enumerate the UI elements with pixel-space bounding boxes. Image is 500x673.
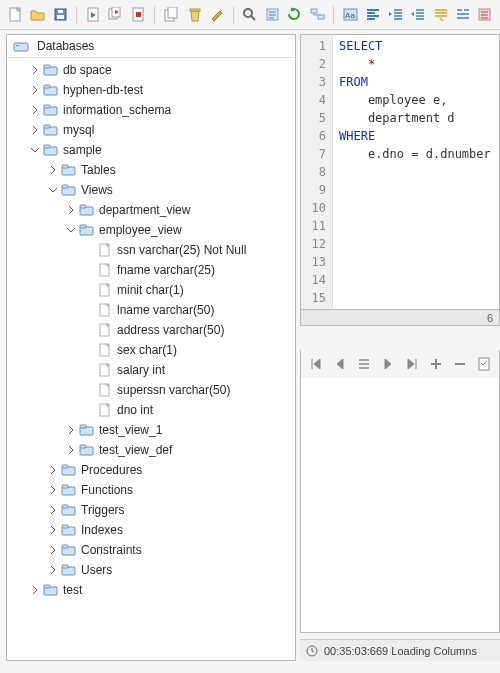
align-left-button[interactable] <box>364 5 382 25</box>
tree-node[interactable]: Functions <box>7 480 295 500</box>
chevron-right-icon[interactable] <box>65 444 77 456</box>
code-line[interactable] <box>339 271 491 289</box>
chevron-down-icon[interactable] <box>47 184 59 196</box>
tree-node[interactable]: Tables <box>7 160 295 180</box>
tree-node[interactable]: Triggers <box>7 500 295 520</box>
trash-button[interactable] <box>185 5 203 25</box>
svg-rect-52 <box>80 445 86 448</box>
tree-node[interactable]: mysql <box>7 120 295 140</box>
code-line[interactable]: e.dno = d.dnumber <box>339 145 491 163</box>
new-icon <box>8 7 23 22</box>
folder-icon <box>79 223 95 237</box>
tree-node[interactable]: hyphen-db-test <box>7 80 295 100</box>
tree-node[interactable]: test_view_def <box>7 440 295 460</box>
chevron-right-icon[interactable] <box>47 164 59 176</box>
code-line[interactable] <box>339 199 491 217</box>
code-line[interactable] <box>339 163 491 181</box>
tree-node[interactable]: test_view_1 <box>7 420 295 440</box>
tree-node[interactable]: sex char(1) <box>7 340 295 360</box>
chevron-right-icon[interactable] <box>47 504 59 516</box>
tree-node[interactable]: Views <box>7 180 295 200</box>
format-button[interactable] <box>263 5 281 25</box>
tree-body[interactable]: db spacehyphen-db-testinformation_schema… <box>7 58 295 657</box>
tree-node[interactable]: lname varchar(50) <box>7 300 295 320</box>
chevron-right-icon[interactable] <box>29 84 41 96</box>
tree-node[interactable]: employee_view <box>7 220 295 240</box>
tree-node[interactable]: sample <box>7 140 295 160</box>
tree-node[interactable]: address varchar(50) <box>7 320 295 340</box>
chevron-right-icon[interactable] <box>47 484 59 496</box>
code-line[interactable]: FROM <box>339 73 491 91</box>
tree-node[interactable]: Users <box>7 560 295 580</box>
schema-button[interactable] <box>308 5 326 25</box>
code-line[interactable] <box>339 253 491 271</box>
execute-all-button[interactable] <box>107 5 125 25</box>
uppercase-button[interactable]: Aa <box>341 5 359 25</box>
refresh-button[interactable] <box>285 5 303 25</box>
results-first-button[interactable] <box>307 354 325 374</box>
tree-node[interactable]: dno int <box>7 400 295 420</box>
code-line[interactable]: * <box>339 55 491 73</box>
results-panel[interactable] <box>300 378 500 633</box>
stop-button[interactable] <box>129 5 147 25</box>
chevron-right-icon[interactable] <box>29 64 41 76</box>
results-commit-button[interactable] <box>475 354 493 374</box>
chevron-right-icon[interactable] <box>47 524 59 536</box>
indent-button[interactable] <box>386 5 404 25</box>
sql-editor[interactable]: 123456789101112131415 SELECT *FROM emplo… <box>300 34 500 310</box>
tree-node[interactable]: salary int <box>7 360 295 380</box>
folder-icon <box>61 163 77 177</box>
results-next-button[interactable] <box>379 354 397 374</box>
find-button[interactable] <box>241 5 259 25</box>
results-prev-button[interactable] <box>331 354 349 374</box>
lines-button[interactable] <box>476 5 494 25</box>
tree-node[interactable]: fname varchar(25) <box>7 260 295 280</box>
save-button[interactable] <box>51 5 69 25</box>
tree-header[interactable]: Databases <box>7 35 295 58</box>
chevron-right-icon[interactable] <box>29 124 41 136</box>
chevron-right-icon[interactable] <box>65 424 77 436</box>
comment-button[interactable] <box>431 5 449 25</box>
results-delete-button[interactable] <box>451 354 469 374</box>
code-line[interactable] <box>339 181 491 199</box>
tree-node[interactable]: superssn varchar(50) <box>7 380 295 400</box>
tree-node[interactable]: department_view <box>7 200 295 220</box>
folder-icon <box>43 123 59 137</box>
results-new-row-button[interactable] <box>355 354 373 374</box>
code-line[interactable] <box>339 217 491 235</box>
folder-icon <box>79 443 95 457</box>
chevron-right-icon[interactable] <box>65 204 77 216</box>
tree-node[interactable]: information_schema <box>7 100 295 120</box>
chevron-right-icon[interactable] <box>47 544 59 556</box>
tree-node[interactable]: db space <box>7 60 295 80</box>
results-add-button[interactable] <box>427 354 445 374</box>
chevron-right-icon[interactable] <box>29 584 41 596</box>
open-button[interactable] <box>28 5 46 25</box>
save-icon <box>53 7 68 22</box>
uncomment-button[interactable] <box>453 5 471 25</box>
line-number: 5 <box>301 109 326 127</box>
wizard-button[interactable] <box>207 5 225 25</box>
chevron-down-icon[interactable] <box>65 224 77 236</box>
tree-node[interactable]: Indexes <box>7 520 295 540</box>
outdent-button[interactable] <box>408 5 426 25</box>
tree-node[interactable]: test <box>7 580 295 600</box>
chevron-right-icon[interactable] <box>47 464 59 476</box>
tree-node[interactable]: Procedures <box>7 460 295 480</box>
tree-node[interactable]: minit char(1) <box>7 280 295 300</box>
code-line[interactable]: employee e, <box>339 91 491 109</box>
code-line[interactable] <box>339 235 491 253</box>
chevron-right-icon[interactable] <box>47 564 59 576</box>
copy-button[interactable] <box>162 5 180 25</box>
tree-node[interactable]: Constraints <box>7 540 295 560</box>
code-line[interactable]: WHERE <box>339 127 491 145</box>
editor-code[interactable]: SELECT *FROM employee e, department dWHE… <box>333 35 497 309</box>
new-button[interactable] <box>6 5 24 25</box>
results-last-button[interactable] <box>403 354 421 374</box>
code-line[interactable]: department d <box>339 109 491 127</box>
execute-button[interactable] <box>84 5 102 25</box>
chevron-down-icon[interactable] <box>29 144 41 156</box>
chevron-right-icon[interactable] <box>29 104 41 116</box>
code-line[interactable]: SELECT <box>339 37 491 55</box>
tree-node[interactable]: ssn varchar(25) Not Null <box>7 240 295 260</box>
